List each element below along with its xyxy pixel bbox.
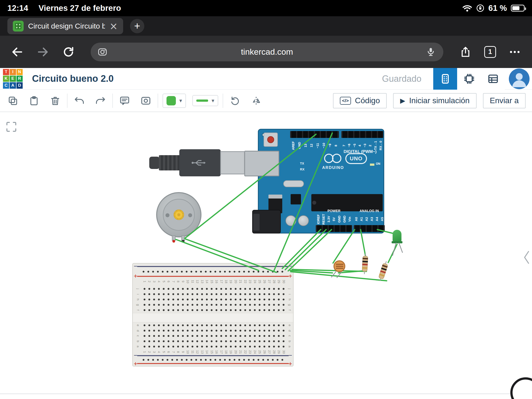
usb-interface-chip [291,194,301,204]
row-letters: jihgf [135,286,141,313]
wire[interactable] [282,230,321,268]
analog-header[interactable] [354,225,385,232]
arduino-uno-board[interactable]: AREFGND1312~11~10~98 7~6~54~32TX→1RX←0 D… [258,129,384,233]
color-swatch [166,96,176,105]
motor-screw [188,213,192,217]
resistor[interactable] [362,253,368,274]
share-icon[interactable] [459,45,472,59]
code-icon: </> [340,97,351,105]
center-channel [133,313,293,323]
crystal-oscillator [283,180,304,187]
overflow-menu-icon[interactable] [508,45,522,59]
color-dropdown[interactable]: ▾ [163,94,186,108]
row-letter: f [135,307,141,313]
flip-button[interactable] [249,93,264,108]
minus-sign: − [288,263,292,269]
analog-pin-labels: A0A1A2A3A4A5 [354,214,385,225]
rail-negative-line [137,355,289,356]
tinkercad-favicon [13,21,24,32]
zoom-to-fit-button[interactable] [5,121,17,133]
design-title[interactable]: Circuito bueno 2.0 [32,73,114,84]
send-to-button[interactable]: Enviar a [483,93,526,108]
wire[interactable] [361,230,366,256]
delete-button[interactable] [48,93,63,108]
row-letter: b [287,339,292,344]
power-header[interactable] [316,225,352,232]
rotate-button[interactable] [228,93,242,108]
dc-motor[interactable] [156,192,203,244]
minus-sign: − [133,352,138,358]
row-letter: i [135,291,141,297]
pin-label: ~11 [315,138,321,153]
rail-holes[interactable] [141,269,285,274]
tab-title: Circuit design Circuito b [28,22,105,30]
wire-type-dropdown[interactable]: ▾ [192,95,218,106]
paste-button[interactable] [27,93,41,108]
saved-status: Guardado [382,74,421,84]
row-letter: a [135,344,141,349]
wire[interactable] [333,230,355,263]
row-letter: i [287,291,292,297]
column-number: 30 [280,349,287,354]
digital-header-right[interactable] [341,131,383,138]
mic-icon[interactable] [425,46,436,60]
panel-collapse-chevron[interactable] [522,250,531,265]
pin-label: A5 [380,214,385,225]
schematic-view-button[interactable] [457,68,481,90]
pin-label: ~9 [327,138,333,153]
user-avatar[interactable] [509,68,530,89]
copy-button[interactable] [5,93,20,108]
capacitor [298,215,309,226]
pin-label: A0 [354,214,359,225]
row-letter: e [135,323,141,328]
lens-camera-icon[interactable] [97,47,108,59]
forward-button[interactable] [36,45,50,59]
power-silkscreen: POWER [316,209,352,213]
reset-button[interactable] [264,133,278,147]
logo-tile: D [17,82,23,88]
component-list-button[interactable] [481,68,505,90]
plus-sign: + [133,361,138,366]
tab-switcher-button[interactable]: 1 [484,46,496,58]
component-inspector-button[interactable] [138,93,153,108]
row-letter: b [135,339,141,344]
logo-tile: E [10,76,16,82]
undo-button[interactable] [72,93,87,108]
tx-label: TX [300,162,304,165]
code-button[interactable]: </> Código [333,93,387,108]
rail-holes[interactable] [141,357,285,363]
led-legs [389,243,406,257]
breadboard[interactable]: − − + + 12345678910111213141516171819202… [132,263,294,366]
row-letter: a [287,344,292,349]
back-button[interactable] [10,45,24,59]
address-bar[interactable]: tinkercad.com [91,43,443,61]
play-icon: ▶ [400,97,405,104]
redo-button[interactable] [93,93,108,108]
digital-pin-labels: AREFGND1312~11~10~98 [290,138,339,153]
column-numbers: 1234567891011121314151617181920212223242… [142,348,286,356]
on-label: ON [376,162,380,166]
start-simulation-button[interactable]: ▶ Iniciar simulación [393,93,476,108]
breadboard-view-button[interactable] [433,68,457,90]
circuit-canvas[interactable]: − − + + 12345678910111213141516171819202… [0,112,532,399]
canvas-edge-line [0,394,532,394]
reload-button[interactable] [62,45,75,59]
annotation-button[interactable] [117,93,132,108]
terminal-holes-bottom[interactable] [142,323,286,349]
new-tab-button[interactable]: + [130,19,144,33]
photoresistor[interactable] [321,260,348,278]
terminal-holes-top[interactable] [142,286,286,313]
browser-tab[interactable]: Circuit design Circuito b × [7,18,123,34]
code-button-label: Código [355,96,380,105]
digital-header-left[interactable] [290,131,339,138]
pin-label: A1 [359,214,364,225]
column-numbers: 1234567891011121314151617181920212223242… [142,278,286,285]
resistor[interactable] [377,260,389,282]
row-letter: d [287,328,292,333]
usb-cable-plug[interactable] [179,149,221,176]
green-led[interactable] [389,230,406,257]
browser-toolbar: tinkercad.com 1 [0,36,532,68]
close-tab-icon[interactable]: × [109,21,118,31]
tinkercad-logo[interactable]: TINKERCAD [2,68,23,89]
row-letters: edcba [135,323,141,349]
